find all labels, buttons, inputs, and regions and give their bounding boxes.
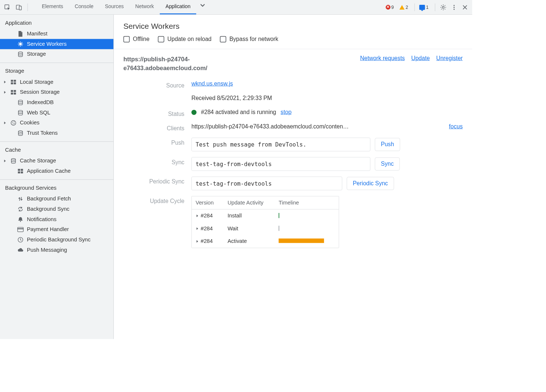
tree-section-title: Application <box>0 17 113 29</box>
source-link[interactable]: wknd.us.ensw.js <box>191 80 233 87</box>
svg-point-19 <box>11 121 16 125</box>
sidebar-item-push-messaging[interactable]: Push Messaging <box>0 245 113 255</box>
sidebar-item-web-sql[interactable]: Web SQL <box>0 108 113 118</box>
unregister-link[interactable]: Unregister <box>436 55 463 62</box>
svg-rect-32 <box>18 228 24 229</box>
messages-indicator[interactable]: 1 <box>417 4 430 10</box>
sync-button[interactable]: Sync <box>375 158 400 171</box>
caret-icon <box>195 214 199 218</box>
stop-link[interactable]: stop <box>281 109 291 116</box>
update-cycle-table: Version Update Activity Timeline #284Ins… <box>191 196 339 248</box>
source-label: Source <box>123 80 191 89</box>
network-requests-link[interactable]: Network requests <box>360 55 405 62</box>
file-icon <box>17 31 24 37</box>
svg-rect-15 <box>11 93 13 94</box>
sidebar-item-label: Background Fetch <box>27 196 71 202</box>
caret-icon <box>3 159 7 163</box>
cycle-row[interactable]: #284Install <box>192 210 339 223</box>
svg-point-18 <box>18 110 23 112</box>
caret-icon <box>3 80 7 84</box>
sync-input[interactable] <box>191 157 370 171</box>
sidebar-item-label: Push Messaging <box>27 247 67 253</box>
tab-application[interactable]: Application <box>160 0 196 14</box>
tab-console[interactable]: Console <box>69 0 99 14</box>
tree-section-title: Background Services <box>0 182 113 194</box>
device-toggle-icon[interactable] <box>13 2 24 13</box>
warnings-count: 2 <box>406 5 408 10</box>
sidebar-item-label: Periodic Background Sync <box>27 237 91 243</box>
sidebar-item-service-workers[interactable]: Service Workers <box>0 39 113 49</box>
col-activity: Update Activity <box>228 200 279 206</box>
cycle-row[interactable]: #284Activate <box>192 235 339 248</box>
sidebar-item-local-storage[interactable]: Local Storage <box>0 77 113 87</box>
cycle-timeline <box>279 226 335 232</box>
sidebar-item-cookies[interactable]: Cookies <box>0 118 113 128</box>
update-link[interactable]: Update <box>411 55 430 62</box>
sidebar-item-trust-tokens[interactable]: Trust Tokens <box>0 128 113 138</box>
tab-elements[interactable]: Elements <box>36 0 69 14</box>
inspect-icon[interactable] <box>2 2 13 13</box>
sidebar-item-label: Background Sync <box>27 206 69 212</box>
sidebar-item-background-sync[interactable]: Background Sync <box>0 204 113 214</box>
clients-label: Clients <box>123 123 191 132</box>
bypass-checkbox[interactable]: Bypass for network <box>220 36 278 42</box>
caret-icon <box>195 240 199 243</box>
devtools-tabbar: Elements Console Sources Network Applica… <box>0 0 472 15</box>
update-on-reload-checkbox[interactable]: Update on reload <box>158 36 211 42</box>
sidebar-item-label: Application Cache <box>27 168 71 174</box>
focus-link[interactable]: focus <box>449 123 463 130</box>
sidebar-item-label: Session Storage <box>20 89 60 95</box>
separator <box>414 3 415 11</box>
sync-label: Sync <box>123 157 191 166</box>
col-timeline: Timeline <box>279 200 299 206</box>
periodic-sync-button[interactable]: Periodic Sync <box>347 177 394 190</box>
cycle-version: #284 <box>201 213 213 219</box>
more-tabs-icon[interactable] <box>196 0 209 11</box>
sidebar-item-indexeddb[interactable]: IndexedDB <box>0 97 113 108</box>
svg-rect-12 <box>14 82 16 84</box>
sidebar-item-session-storage[interactable]: Session Storage <box>0 87 113 97</box>
tab-network[interactable]: Network <box>129 0 160 14</box>
sidebar-item-manifest[interactable]: Manifest <box>0 29 113 39</box>
svg-point-5 <box>454 7 455 8</box>
errors-indicator[interactable]: ✕ 9 <box>384 4 396 10</box>
sidebar-item-periodic-background-sync[interactable]: Periodic Background Sync <box>0 235 113 245</box>
sidebar-item-payment-handler[interactable]: Payment Handler <box>0 224 113 235</box>
sidebar-item-label: Storage <box>27 51 46 57</box>
status-led-icon <box>191 110 197 115</box>
svg-point-23 <box>14 123 15 124</box>
sidebar-item-background-fetch[interactable]: Background Fetch <box>0 194 113 204</box>
sidebar-item-cache-storage[interactable]: Cache Storage <box>0 156 113 166</box>
kebab-menu-icon[interactable] <box>448 2 459 13</box>
caret-icon <box>3 90 7 94</box>
registration-origin: https://publish-p24704-e76433.adobeaemcl… <box>123 55 257 73</box>
status-label: Status <box>123 109 191 117</box>
grid-icon <box>10 90 17 95</box>
svg-rect-28 <box>18 172 20 173</box>
checkbox-icon <box>123 36 130 42</box>
cycle-activity: Activate <box>228 238 279 244</box>
svg-point-22 <box>13 123 13 124</box>
errors-count: 9 <box>391 5 394 10</box>
sync-icon <box>17 206 24 212</box>
update-on-reload-label: Update on reload <box>167 36 211 42</box>
sidebar-item-storage[interactable]: Storage <box>0 49 113 59</box>
sidebar-item-label: Local Storage <box>20 79 54 85</box>
warnings-indicator[interactable]: 2 <box>397 4 410 10</box>
sidebar-item-label: IndexedDB <box>27 99 54 106</box>
close-icon[interactable] <box>460 2 470 13</box>
settings-icon[interactable] <box>438 2 448 13</box>
periodic-sync-input[interactable] <box>191 176 342 190</box>
sidebar-item-notifications[interactable]: Notifications <box>0 214 113 224</box>
svg-point-21 <box>14 121 14 122</box>
sidebar-item-application-cache[interactable]: Application Cache <box>0 166 113 176</box>
push-input[interactable] <box>191 138 370 151</box>
svg-rect-16 <box>14 93 16 94</box>
tree-section-title: Cache <box>0 144 113 156</box>
tab-sources[interactable]: Sources <box>99 0 130 14</box>
cycle-row[interactable]: #284Wait <box>192 222 339 235</box>
svg-point-3 <box>442 6 444 8</box>
offline-checkbox[interactable]: Offline <box>123 36 150 42</box>
push-button[interactable]: Push <box>375 138 400 151</box>
cycle-activity: Wait <box>228 226 279 232</box>
